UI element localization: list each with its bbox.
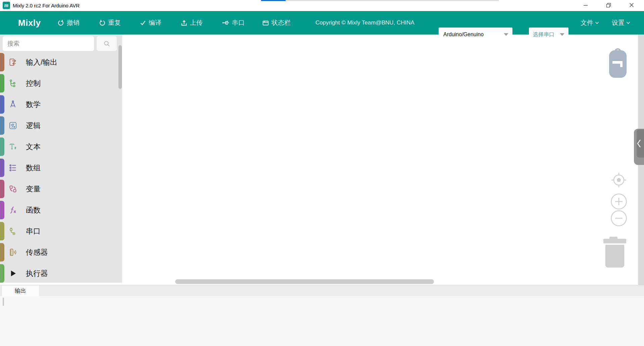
sidebar-item-logic[interactable]: 逻辑 [0,116,122,135]
plus-circle-icon [610,193,627,210]
actuator-play-icon [8,269,17,278]
minimize-icon [583,3,588,7]
usb-icon [222,19,230,26]
zoom-reset-button[interactable] [611,172,627,189]
search-button[interactable] [97,36,117,51]
flyout-collapse-handle[interactable] [634,129,644,165]
close-icon [629,3,634,7]
output-tab-label: 输出 [15,287,26,295]
sensor-icon [8,248,17,257]
settings-menu[interactable]: 设置 [612,11,630,35]
port-select-dropdown[interactable]: 选择串口 [529,27,568,42]
category-color-bar [0,264,4,283]
zoom-in-button[interactable] [610,193,627,211]
brand-logo: Mixly [18,11,41,35]
zoom-out-button[interactable] [610,210,627,228]
sidebar-item-array[interactable]: 数组 [0,159,122,177]
array-list-icon [8,163,17,172]
variable-swap-icon [8,184,17,193]
chevron-down-icon [626,21,630,24]
upload-label: 上传 [190,18,203,27]
sidebar-item-control[interactable]: 控制 [0,74,122,93]
sidebar-item-actuator[interactable]: 执行器 [0,264,122,283]
statusbar-label: 状态栏 [271,18,291,27]
math-compass-icon [8,100,17,109]
upload-button[interactable]: 上传 [181,11,203,35]
trash-lid [603,239,626,243]
canvas-horizontal-scrollbar[interactable] [175,279,434,284]
sidebar-item-text[interactable]: 文本 [0,137,122,156]
function-fx-icon [8,206,17,215]
sidebar-item-io[interactable]: 输入/输出 [0,53,122,71]
category-color-bar [0,180,4,198]
category-label: 文本 [26,137,41,156]
title-bar: m Mixly 2.0 rc2 For Arduino AVR [0,0,644,11]
category-label: 数学 [26,95,41,114]
logic-icon [8,121,17,130]
main-toolbar: Mixly 撤销 重复 编译 上传 串口 [0,11,644,35]
category-color-bar [0,74,4,93]
statusbar-button[interactable]: 状态栏 [262,11,291,35]
file-menu[interactable]: 文件 [581,11,599,35]
category-label: 控制 [26,74,41,93]
settings-menu-label: 设置 [612,18,625,27]
category-color-bar [0,222,4,240]
block-category-sidebar: 输入/输出 控制 数学 [0,35,122,283]
search-input[interactable] [3,36,94,51]
board-select-dropdown[interactable]: Arduino/Genuino [439,27,512,42]
redo-button[interactable]: 重复 [99,11,121,35]
category-label: 数组 [26,159,41,177]
search-icon [104,41,110,47]
undo-button[interactable]: 撤销 [57,11,80,35]
crosshair-icon [611,172,627,188]
control-icon [8,79,17,88]
tab-output[interactable]: 输出 [2,285,39,296]
sidebar-item-math[interactable]: 数学 [0,95,122,114]
board-select-value: Arduino/Genuino [439,32,504,38]
serial-button[interactable]: 串口 [222,11,245,35]
category-label: 串口 [26,222,41,240]
copyright-text: Copyright © Mixly Team@BNU, CHINA [315,11,414,35]
chevron-down-icon [560,33,564,36]
close-button[interactable] [624,0,639,10]
trash-body [605,245,624,268]
category-label: 变量 [26,180,41,198]
upload-icon [181,19,188,26]
category-color-bar [0,116,4,135]
compile-button[interactable]: 编译 [140,11,161,35]
restore-button[interactable] [601,0,616,10]
app-logo-icon: m [3,2,10,9]
redo-label: 重复 [108,18,121,27]
sidebar-item-sensor[interactable]: 传感器 [0,243,122,262]
text-icon [8,142,17,151]
check-icon [140,19,146,26]
output-cursor [3,298,4,306]
serial-cable-icon [8,227,17,236]
chevron-down-icon [595,21,599,24]
file-menu-label: 文件 [581,18,593,27]
loading-bar-progress [261,0,286,1]
backpack-icon[interactable] [608,47,627,80]
sidebar-item-function[interactable]: 函数 [0,201,122,219]
category-label: 逻辑 [26,116,41,135]
sidebar-item-serial[interactable]: 串口 [0,222,122,240]
minus-circle-icon [610,210,627,227]
window-title: Mixly 2.0 rc2 For Arduino AVR [13,0,80,11]
io-icon [8,58,17,67]
chevron-left-icon [637,139,641,148]
restore-icon [606,3,611,8]
output-panel[interactable] [0,296,644,346]
serial-label: 串口 [232,18,245,27]
compile-label: 编译 [149,18,161,27]
chevron-down-icon [504,33,508,36]
undo-label: 撤销 [67,18,80,27]
bottom-tab-bar: 输出 [0,285,644,296]
minimize-button[interactable] [578,0,593,10]
category-color-bar [0,201,4,219]
category-label: 执行器 [26,264,48,283]
category-label: 输入/输出 [26,53,57,71]
sidebar-item-variable[interactable]: 变量 [0,180,122,198]
statusbar-window-icon [262,19,269,26]
port-select-value: 选择串口 [529,31,560,38]
trash-icon[interactable] [603,237,626,268]
